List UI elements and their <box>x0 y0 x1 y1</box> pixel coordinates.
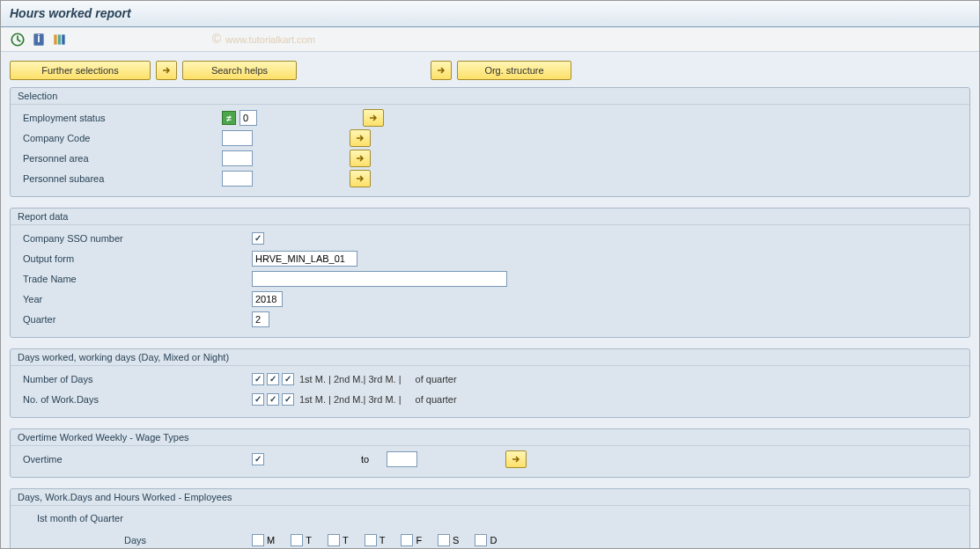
info-icon[interactable]: i <box>31 32 47 48</box>
day-m-check[interactable] <box>252 534 264 546</box>
execute-icon[interactable] <box>10 32 26 48</box>
output-form-label: Output form <box>19 250 222 267</box>
content-area: Further selections Search helps Org. str… <box>1 52 979 548</box>
nod-check2[interactable] <box>267 373 279 385</box>
overtime-to-label: to <box>361 454 369 465</box>
year-label: Year <box>19 290 222 308</box>
days-worked-title: Days worked, working days (Day, Mixed or… <box>11 349 969 366</box>
overtime-group: Overtime Worked Weekly - Wage Types Over… <box>10 428 970 478</box>
quarter-label: Quarter <box>19 311 222 328</box>
employment-status-label: Employment status <box>19 109 222 127</box>
day-t2: T <box>343 535 349 545</box>
search-helps-button[interactable]: Search helps <box>182 61 297 80</box>
watermark: © www.tutorialkart.com <box>212 29 315 48</box>
report-data-title: Report data <box>11 209 969 225</box>
employment-status-multi-icon[interactable] <box>363 109 384 127</box>
company-code-multi-icon[interactable] <box>350 129 371 147</box>
days-label: Days <box>19 535 151 545</box>
nod-months: 1st M. | 2nd M.| 3rd M. | <box>299 374 402 384</box>
svg-rect-4 <box>58 34 61 44</box>
nwd-check1[interactable] <box>252 393 264 406</box>
nwd-suffix: of quarter <box>416 394 457 405</box>
day-m: M <box>267 535 275 545</box>
svg-rect-5 <box>62 34 64 44</box>
color-bars-icon[interactable] <box>52 32 68 48</box>
not-equal-icon[interactable]: ≠ <box>222 111 236 125</box>
toolbar: i © www.tutorialkart.com <box>1 27 979 52</box>
report-data-group: Report data Company SSO number Output fo… <box>10 208 970 338</box>
button-row: Further selections Search helps Org. str… <box>10 61 970 80</box>
trade-name-label: Trade Name <box>19 270 222 288</box>
nod-check3[interactable] <box>282 373 294 385</box>
trade-name-input[interactable] <box>252 271 507 287</box>
nwd-months: 1st M. | 2nd M.| 3rd M. | <box>299 394 402 405</box>
nod-suffix: of quarter <box>416 374 457 384</box>
personnel-subarea-input[interactable] <box>222 171 253 187</box>
personnel-area-label: Personnel area <box>19 150 222 167</box>
overtime-label: Overtime <box>19 450 222 468</box>
company-code-label: Company Code <box>19 129 222 147</box>
day-f: F <box>416 535 422 545</box>
overtime-title: Overtime Worked Weekly - Wage Types <box>11 429 969 446</box>
day-t1-check[interactable] <box>291 534 303 546</box>
number-of-days-label: Number of Days <box>19 370 222 388</box>
personnel-area-input[interactable] <box>222 150 253 166</box>
arrow-button-1[interactable] <box>156 61 177 80</box>
day-d-check[interactable] <box>475 534 487 546</box>
year-input[interactable] <box>252 291 283 307</box>
company-code-input[interactable] <box>222 130 253 146</box>
employment-status-input[interactable] <box>239 110 257 126</box>
day-t3-check[interactable] <box>365 534 377 546</box>
day-t3: T <box>379 535 386 545</box>
overtime-to-input[interactable] <box>387 451 417 467</box>
further-selections-button[interactable]: Further selections <box>10 61 151 80</box>
personnel-subarea-multi-icon[interactable] <box>350 170 371 187</box>
day-f-check[interactable] <box>401 534 413 546</box>
day-s-check[interactable] <box>438 534 450 546</box>
quarter-input[interactable] <box>252 311 269 327</box>
title-bar: Hours worked report <box>1 1 979 27</box>
arrow-button-2[interactable] <box>431 61 452 80</box>
output-form-input[interactable] <box>252 251 357 267</box>
personnel-area-multi-icon[interactable] <box>350 150 371 167</box>
selection-group: Selection Employment status ≠ Company Co… <box>10 87 970 197</box>
days-employees-group: Days, Work.Days and Hours Worked - Emplo… <box>10 488 970 548</box>
nwd-check3[interactable] <box>282 393 294 406</box>
days-employees-title: Days, Work.Days and Hours Worked - Emplo… <box>11 489 969 506</box>
nod-check1[interactable] <box>252 373 264 385</box>
svg-text:i: i <box>37 33 40 45</box>
day-d: D <box>490 535 497 545</box>
nwd-check2[interactable] <box>267 393 279 406</box>
days-worked-group: Days worked, working days (Day, Mixed or… <box>10 348 970 418</box>
company-sso-label: Company SSO number <box>19 230 222 247</box>
overtime-checkbox[interactable] <box>252 453 264 465</box>
overtime-multi-icon[interactable] <box>505 450 527 468</box>
selection-title: Selection <box>11 88 969 105</box>
org-structure-button[interactable]: Org. structure <box>457 61 571 80</box>
personnel-subarea-label: Personnel subarea <box>19 170 222 187</box>
day-t1: T <box>306 535 312 545</box>
svg-rect-3 <box>54 34 56 44</box>
day-t2-check[interactable] <box>328 534 340 546</box>
page-title: Hours worked report <box>10 6 970 20</box>
day-s: S <box>453 535 459 545</box>
company-sso-checkbox[interactable] <box>252 232 264 245</box>
first-month-label: Ist month of Quarter <box>19 509 961 527</box>
no-work-days-label: No. of Work.Days <box>19 391 222 408</box>
